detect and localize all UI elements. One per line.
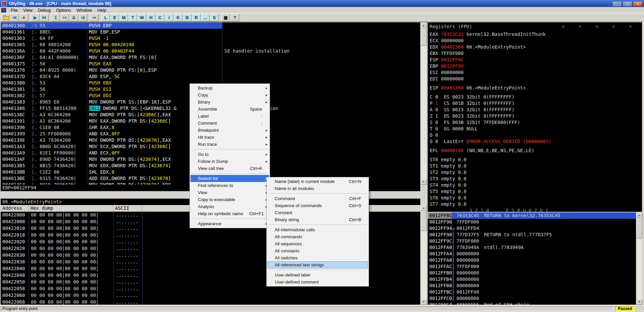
stack-row[interactable]: 0012FF9C│7FFDF000 xyxy=(428,238,636,244)
menu-debug[interactable]: Debug xyxy=(35,7,53,13)
help-button[interactable]: ? xyxy=(230,14,239,21)
stack-scrollbar[interactable]: ▲ ▼ xyxy=(636,212,642,305)
column-divider[interactable] xyxy=(142,212,143,305)
disasm-row[interactable]: 00401361|.8BECMOV EBP,ESP xyxy=(1,29,420,35)
menu-item-view-call-tree[interactable]: View call treeCtrl+K xyxy=(191,165,269,172)
maximize-button[interactable]: □ xyxy=(623,1,632,7)
disassembly-scrollbar[interactable]: ▲ ▼ xyxy=(420,22,426,185)
menu-item-command[interactable]: CommandCtrl+F xyxy=(267,195,368,202)
register-line[interactable]: P 1 CS 001B 32bit 0(FFFFFFFF) xyxy=(428,100,642,107)
disasm-row[interactable]: 00401360/$55PUSH EBP xyxy=(1,22,420,29)
dump-header-hex[interactable]: Hex dump xyxy=(29,205,113,211)
close-window-button[interactable]: × xyxy=(19,14,28,21)
view-source-button[interactable]: S xyxy=(210,14,219,21)
view-callstack-button[interactable]: K xyxy=(174,14,182,21)
title-bar[interactable]: OllyDbg - 06.exe - [CPU - main thread, m… xyxy=(0,0,644,7)
stack-row[interactable]: 0012FF94┌0012FFD4 xyxy=(428,225,636,232)
stack-pane[interactable]: 0012FF8C76353C45RETURN to kernel32.76353… xyxy=(428,212,636,305)
register-line[interactable]: 3 2 1 0 E S P U O Z D I xyxy=(428,207,642,212)
menu-item-backup[interactable]: Backup▸ xyxy=(191,84,269,91)
disasm-row[interactable]: 00401363|.6A FFPUSH -1 xyxy=(1,35,420,42)
stack-row[interactable]: 0012FFB8│00000000 xyxy=(428,283,636,289)
menu-item-name-label-in-current-module[interactable]: Name (label) in current moduleCtrl+N xyxy=(267,178,368,185)
restart-button[interactable]: ≪ xyxy=(10,14,19,21)
registers-pane[interactable]: Registers (FPU) <<<<< EAX 76353C33 kerne… xyxy=(428,22,642,212)
menu-item-user-defined-label[interactable]: User-defined label xyxy=(267,271,368,278)
menu-item-label[interactable]: Label: xyxy=(191,113,269,120)
register-line[interactable]: ECX 00000000 xyxy=(428,38,642,44)
register-line[interactable]: A 0 SS 0023 32bit 0(FFFFFFFF) xyxy=(428,107,642,113)
scroll-thumb[interactable] xyxy=(636,218,642,238)
disasm-row[interactable]: 00401365|.68 48014200PUSH 06.00420148 xyxy=(1,42,420,48)
view-threads-button[interactable]: T xyxy=(128,14,137,21)
resize-grip[interactable] xyxy=(639,307,644,312)
scroll-thumb[interactable] xyxy=(421,28,427,46)
menu-item-all-intermodular-calls[interactable]: All intermodular calls xyxy=(267,226,368,233)
collapse-mark-icon[interactable]: < xyxy=(562,23,565,30)
register-line[interactable]: S 0 FS 003B 32bit 7FFDE000(FFF) xyxy=(428,119,642,126)
register-line[interactable]: EBX 7FFDF000 xyxy=(428,50,642,57)
menu-item-follow-in-dump[interactable]: Follow in Dump▸ xyxy=(191,158,269,165)
register-line[interactable]: EDX 00401360 06.<ModuleEntryPoint> xyxy=(428,44,642,50)
pause-button[interactable]: ▮▮ xyxy=(40,14,49,21)
menu-item-hit-trace[interactable]: Hit trace▸ xyxy=(191,134,269,141)
dump-row[interactable]: 0042206000 00 00 00|00 00 00 00|........ xyxy=(1,292,420,299)
register-line[interactable]: ST0 empty 0.0 xyxy=(428,157,642,163)
menu-help[interactable]: Help xyxy=(95,7,109,13)
disasm-row[interactable]: 0040136A|.68 442F4000PUSH 06.00402F44SE … xyxy=(1,48,420,54)
stack-row[interactable]: 0012FF907FFDF000 xyxy=(428,219,636,225)
menu-item-all-referenced-text-strings[interactable]: All referenced text strings xyxy=(267,261,368,268)
scroll-down-icon[interactable]: ▼ xyxy=(636,299,642,305)
column-divider[interactable] xyxy=(113,212,114,305)
disasm-row[interactable]: 00401376|.64:8925 0000(MOV DWORD PTR FS:… xyxy=(1,67,420,73)
stack-row[interactable]: 0012FFB0│00000000 xyxy=(428,270,636,276)
menu-view[interactable]: View xyxy=(20,7,35,13)
step-over-button[interactable]: ↦ xyxy=(60,14,69,21)
view-patches-button[interactable]: / xyxy=(165,14,173,21)
menu-window[interactable]: Window xyxy=(74,7,95,13)
register-line[interactable]: EFL 00000246 (NO,NB,E,BE,NS,PE,GE,LE) xyxy=(428,147,642,154)
scroll-up-icon[interactable]: ▲ xyxy=(421,22,427,28)
menu-item-all-switches[interactable]: All switches xyxy=(267,254,368,261)
collapse-mark-icon[interactable]: < xyxy=(629,23,632,30)
close-button[interactable]: × xyxy=(633,1,643,7)
menu-item-all-sequences[interactable]: All sequences xyxy=(267,240,368,247)
register-line[interactable]: ESI 00000000 xyxy=(428,69,642,76)
column-divider[interactable] xyxy=(87,22,87,185)
stack-row[interactable]: 0012FF8C76353C45RETURN to kernel32.76353… xyxy=(428,212,636,219)
column-divider[interactable] xyxy=(29,212,29,305)
menu-item-analysis[interactable]: Analysis▸ xyxy=(191,203,269,210)
dump-row[interactable]: 0042205800 00 00 00|00 00 00 00|........ xyxy=(1,286,420,292)
register-line[interactable]: ST6 empty 0.0 xyxy=(428,195,642,201)
dump-row[interactable]: 0042206800 00 00 00|00 00 00 00|........ xyxy=(1,299,420,305)
menu-item-go-to[interactable]: Go to▸ xyxy=(191,151,269,158)
menu-item-name-in-all-modules[interactable]: Name in all modules xyxy=(267,185,368,192)
execute-till-return-button[interactable]: ⇒ xyxy=(90,14,99,21)
register-line[interactable]: EBP 0012FF94 xyxy=(428,63,642,69)
view-references-button[interactable]: R xyxy=(192,14,201,21)
menu-item-appearance[interactable]: Appearance▸ xyxy=(191,220,269,227)
menu-item-breakpoint[interactable]: Breakpoint▸ xyxy=(191,127,269,134)
menu-options[interactable]: Options xyxy=(53,7,74,13)
view-cpu-button[interactable]: C xyxy=(156,14,164,21)
scroll-up-icon[interactable]: ▲ xyxy=(421,205,427,211)
stack-row[interactable]: 0012FFA0│7783949Antdll.7783949A xyxy=(428,244,636,251)
child-window-icon[interactable]: C xyxy=(1,8,6,13)
menu-item-assemble[interactable]: AssembleSpace xyxy=(191,106,269,113)
scroll-up-icon[interactable]: ▲ xyxy=(636,212,642,218)
view-memory-button[interactable]: M xyxy=(119,14,128,21)
menu-item-view[interactable]: View▸ xyxy=(191,189,269,196)
disasm-row[interactable]: 0040137D|.83C4 A4ADD ESP,-5C xyxy=(1,73,420,80)
scroll-down-icon[interactable]: ▼ xyxy=(421,179,427,185)
register-line[interactable]: T 0 GS 0000 NULL xyxy=(428,126,642,132)
stack-row[interactable]: 0012FF98│777D37F5RETURN to ntdll.777D37F… xyxy=(428,232,636,238)
register-line[interactable]: Z 1 DS 0023 32bit 0(FFFFFFFF) xyxy=(428,113,642,119)
view-executables-button[interactable]: E xyxy=(110,14,119,21)
dump-header-ascii[interactable]: ASCII xyxy=(113,205,142,211)
disasm-row[interactable]: 00401375|.50PUSH EAX xyxy=(1,61,420,67)
stack-row[interactable]: 0012FFB4│00000000 xyxy=(428,276,636,283)
menu-item-help-on-symbolic-name[interactable]: Help on symbolic nameCtrl+F1 xyxy=(191,210,269,217)
menu-item-binary[interactable]: Binary▸ xyxy=(191,99,269,106)
collapse-mark-icon[interactable]: < xyxy=(595,23,598,30)
register-line[interactable]: ST7 empty 0.0 xyxy=(428,201,642,207)
